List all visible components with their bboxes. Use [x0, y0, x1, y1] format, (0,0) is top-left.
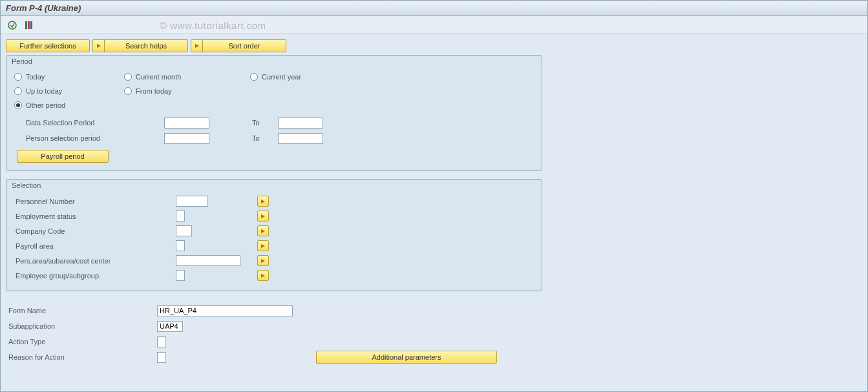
person-selection-period-label: Person selection period	[14, 134, 164, 142]
form-name-label: Form Name	[6, 307, 157, 315]
personnel-number-label: Personnel Number	[14, 198, 176, 205]
pers-area-input[interactable]	[176, 255, 240, 266]
data-selection-to-input[interactable]	[278, 118, 323, 129]
radio-today[interactable]	[14, 73, 22, 81]
multiple-selection-button[interactable]	[257, 196, 269, 207]
svg-rect-3	[30, 21, 32, 29]
company-code-input[interactable]	[176, 225, 192, 236]
radio-from-today-label: From today	[136, 87, 172, 95]
action-type-label: Action Type	[6, 338, 157, 346]
svg-rect-2	[28, 21, 30, 29]
radio-current-month-label: Current month	[136, 73, 181, 81]
radio-other-period-label: Other period	[26, 101, 65, 109]
subapplication-input[interactable]	[157, 321, 183, 332]
multiple-selection-button[interactable]	[257, 255, 269, 266]
further-selections-button[interactable]: Further selections	[6, 39, 90, 52]
employment-status-label: Employment status	[14, 212, 176, 220]
radio-current-month[interactable]	[124, 73, 132, 81]
additional-parameters-button[interactable]: Additional parameters	[316, 351, 497, 364]
data-selection-from-input[interactable]	[164, 118, 209, 129]
title-bar: Form P-4 (Ukraine)	[1, 1, 867, 16]
pers-area-label: Pers.area/subarea/cost center	[14, 257, 176, 265]
page-title: Form P-4 (Ukraine)	[6, 3, 81, 13]
arrow-right-icon	[191, 39, 202, 52]
payroll-area-input[interactable]	[176, 240, 185, 251]
arrow-right-icon	[92, 39, 104, 52]
bottom-fields: Form Name Subapplication Action Type Rea…	[6, 303, 862, 365]
selection-group: Selection Personnel Number Employment st…	[6, 179, 542, 291]
to-label: To	[252, 134, 278, 142]
execute-icon[interactable]	[6, 19, 19, 32]
employment-status-input[interactable]	[176, 211, 185, 222]
to-label: To	[252, 119, 278, 127]
employee-group-input[interactable]	[176, 270, 185, 281]
selection-group-title: Selection	[6, 180, 542, 192]
radio-current-year-label: Current year	[262, 73, 301, 81]
multiple-selection-button[interactable]	[257, 225, 269, 236]
variant-icon[interactable]	[23, 19, 36, 32]
data-selection-period-label: Data Selection Period	[14, 119, 164, 127]
radio-other-period[interactable]	[14, 101, 22, 109]
svg-rect-1	[25, 21, 27, 29]
personnel-number-input[interactable]	[176, 196, 208, 207]
period-group-title: Period	[6, 56, 542, 68]
multiple-selection-button[interactable]	[257, 211, 269, 222]
payroll-period-button[interactable]: Payroll period	[17, 150, 109, 163]
multiple-selection-button[interactable]	[257, 240, 269, 251]
radio-current-year[interactable]	[250, 73, 258, 81]
company-code-label: Company Code	[14, 227, 176, 235]
subapplication-label: Subapplication	[6, 322, 157, 330]
command-buttons-row: Further selections Search helps Sort ord…	[6, 39, 862, 52]
radio-up-to-today[interactable]	[14, 87, 22, 95]
app-window: Form P-4 (Ukraine) © www.tutorialkart.co…	[0, 0, 868, 392]
payroll-area-label: Payroll area	[14, 242, 176, 250]
icon-toolbar: © www.tutorialkart.com	[1, 16, 867, 34]
svg-point-0	[8, 21, 16, 29]
period-group: Period Today Current month Current year	[6, 55, 542, 171]
radio-today-label: Today	[26, 73, 45, 81]
watermark-text: © www.tutorialkart.com	[160, 20, 266, 31]
sort-order-button[interactable]: Sort order	[202, 39, 286, 52]
radio-up-to-today-label: Up to today	[26, 87, 62, 95]
action-type-input[interactable]	[157, 336, 166, 347]
reason-for-action-label: Reason for Action	[6, 353, 157, 361]
form-name-input[interactable]	[157, 305, 293, 316]
search-helps-button[interactable]: Search helps	[104, 39, 188, 52]
person-selection-to-input[interactable]	[278, 133, 323, 144]
main-area: Further selections Search helps Sort ord…	[1, 34, 867, 391]
person-selection-from-input[interactable]	[164, 133, 209, 144]
employee-group-label: Employee group/subgroup	[14, 272, 176, 280]
radio-from-today[interactable]	[124, 87, 132, 95]
reason-for-action-input[interactable]	[157, 352, 166, 363]
multiple-selection-button[interactable]	[257, 270, 269, 281]
